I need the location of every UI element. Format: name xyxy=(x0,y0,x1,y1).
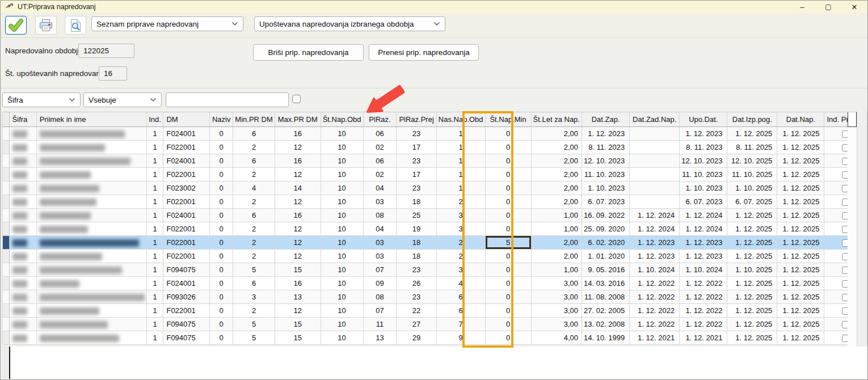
cell-nas_nap_obd[interactable]: 1 xyxy=(436,154,485,168)
cell-dat_zad_nap[interactable] xyxy=(630,154,680,168)
cell-max_pr[interactable]: 15 xyxy=(275,263,321,277)
cell-st_nap_min[interactable]: 0 xyxy=(485,195,531,209)
cell-max_pr[interactable]: 15 xyxy=(275,331,321,345)
cell-sifra-redacted[interactable] xyxy=(9,318,36,331)
cell-min_pr[interactable]: 6 xyxy=(233,154,275,168)
cell-st_nap_min[interactable]: 0 xyxy=(485,304,531,318)
cell-naziv[interactable]: 0 xyxy=(209,236,233,250)
cell-ind[interactable]: 1 xyxy=(146,304,163,318)
cell-dat_zap[interactable]: 1. 01. 2020 xyxy=(582,250,629,263)
cell-nas_nap_obd[interactable]: 1 xyxy=(436,127,485,141)
cell-plraz[interactable]: 04 xyxy=(363,181,397,195)
print-button[interactable] xyxy=(35,16,57,35)
cell-st_let[interactable]: 2,00 xyxy=(531,195,582,209)
cell-dm[interactable]: F093026 xyxy=(163,290,210,304)
report-select[interactable]: Seznam priprave napredovanj xyxy=(91,16,243,31)
row-selector[interactable] xyxy=(3,141,10,154)
column-header-st_let[interactable]: Št.Let za Nap. xyxy=(531,112,582,127)
cell-ind[interactable]: 1 xyxy=(146,331,163,345)
cell-dat_zap[interactable]: 14. 10. 1999 xyxy=(582,331,629,345)
cell-nas_nap_obd[interactable]: 6 xyxy=(436,290,485,304)
cell-upo_dat[interactable]: 6. 07. 2023 xyxy=(680,195,727,209)
cell-plraz_prej[interactable]: 29 xyxy=(397,331,436,345)
cell-dat_zad_nap[interactable] xyxy=(630,168,680,181)
count-field[interactable]: 16 xyxy=(99,66,127,81)
cell-dat_zap[interactable]: 11. 08. 2008 xyxy=(582,290,629,304)
cell-max_pr[interactable]: 12 xyxy=(275,168,321,181)
cell-dat_nap[interactable]: 1. 12. 2025 xyxy=(777,290,824,304)
cell-name-redacted[interactable] xyxy=(36,250,146,263)
cell-dm[interactable]: F024001 xyxy=(163,127,210,141)
cell-max_pr[interactable]: 12 xyxy=(275,250,321,263)
cell-dat_zap[interactable]: 27. 02. 2005 xyxy=(582,304,629,318)
cell-dat_zap[interactable]: 13. 02. 2008 xyxy=(582,318,629,331)
cell-plraz_prej[interactable]: 17 xyxy=(397,168,436,181)
period-field[interactable]: 122025 xyxy=(78,44,134,58)
cell-dm[interactable]: F022001 xyxy=(163,304,210,318)
cell-dat_zad_nap[interactable]: 1. 12. 2024 xyxy=(630,222,680,236)
cell-st_nap_obd[interactable]: 10 xyxy=(321,209,363,222)
cell-max_pr[interactable]: 12 xyxy=(275,222,321,236)
table-row[interactable]: 1F0940750515100723301,009. 05. 20161. 10… xyxy=(3,263,867,277)
cell-nas_nap_obd[interactable]: 3 xyxy=(436,222,485,236)
cell-name-redacted[interactable] xyxy=(36,209,146,222)
cell-st_nap_obd[interactable]: 10 xyxy=(321,304,363,318)
cell-st_nap_min[interactable]: 0 xyxy=(485,290,531,304)
table-row[interactable]: 1F0220010212100217102,008. 11. 20238. 11… xyxy=(3,141,867,154)
transfer-preparations-button[interactable]: Prenesi prip. napredovanja xyxy=(369,44,479,61)
cell-dat_izp_pog[interactable]: 1. 12. 2025 xyxy=(727,290,777,304)
cell-st_nap_min[interactable]: 0 xyxy=(485,250,531,263)
cell-st_nap_min[interactable]: 0 xyxy=(485,277,531,290)
print-preview-button[interactable] xyxy=(65,16,86,35)
column-header-name[interactable]: Priimek in ime xyxy=(36,112,146,127)
cell-dat_izp_pog[interactable]: 1. 12. 2025 xyxy=(727,250,777,263)
cell-sifra-redacted[interactable] xyxy=(9,154,36,168)
cell-plraz_prej[interactable]: 23 xyxy=(397,290,436,304)
cell-dat_nap[interactable]: 1. 12. 2025 xyxy=(777,277,824,290)
cell-st_nap_min[interactable]: 5 xyxy=(485,236,531,250)
row-selector[interactable] xyxy=(3,168,10,181)
cell-dm[interactable]: F022001 xyxy=(163,236,210,250)
table-row[interactable]: 1F0940750515101329904,0014. 10. 19991. 1… xyxy=(3,331,867,345)
cell-st_let[interactable]: 2,00 xyxy=(531,236,582,250)
cell-naziv[interactable]: 0 xyxy=(209,168,233,181)
cell-st_nap_obd[interactable]: 10 xyxy=(321,181,363,195)
cell-upo_dat[interactable]: 1. 12. 2022 xyxy=(680,304,727,318)
cell-name-redacted[interactable] xyxy=(36,127,146,141)
cell-name-redacted[interactable] xyxy=(36,222,146,236)
cell-min_pr[interactable]: 5 xyxy=(233,318,275,331)
cell-dat_zad_nap[interactable]: 1. 12. 2023 xyxy=(630,236,680,250)
cell-plraz[interactable]: 03 xyxy=(363,236,397,250)
filter-column-select[interactable]: Šifra xyxy=(2,92,81,107)
row-selector[interactable] xyxy=(3,154,10,168)
cell-dat_izp_pog[interactable]: 12. 10. 2025 xyxy=(727,154,777,168)
cell-dat_nap[interactable]: 1. 12. 2025 xyxy=(777,195,824,209)
cell-dat_nap[interactable]: 1. 12. 2025 xyxy=(777,181,824,195)
row-selector[interactable] xyxy=(3,277,10,290)
cell-max_pr[interactable]: 13 xyxy=(275,290,321,304)
cell-st_let[interactable]: 3,00 xyxy=(531,277,582,290)
table-row[interactable]: 1F0240010616100623102,001. 12. 20231. 12… xyxy=(3,127,867,141)
cell-dat_izp_pog[interactable]: 6. 07. 2025 xyxy=(727,195,777,209)
cell-st_let[interactable]: 2,00 xyxy=(531,127,582,141)
cell-max_pr[interactable]: 16 xyxy=(275,209,321,222)
cell-dat_izp_pog[interactable]: 11. 10. 2025 xyxy=(727,168,777,181)
cell-st_nap_obd[interactable]: 10 xyxy=(321,290,363,304)
cell-st_nap_min[interactable]: 0 xyxy=(485,127,531,141)
cell-dat_izp_pog[interactable]: 1. 12. 2025 xyxy=(727,304,777,318)
cell-st_let[interactable]: 3,00 xyxy=(531,318,582,331)
cell-dm[interactable]: F022001 xyxy=(163,195,210,209)
cell-plraz[interactable]: 07 xyxy=(363,263,397,277)
cell-st_nap_obd[interactable]: 10 xyxy=(321,331,363,345)
maximize-button[interactable]: ▢ xyxy=(815,1,841,13)
table-row[interactable]: 1F0220010212100419301,0025. 09. 20201. 1… xyxy=(3,222,867,236)
table-row[interactable]: 1F0220010212100318202,006. 07. 20236. 07… xyxy=(3,195,867,209)
column-header-plraz[interactable]: PlRaz. xyxy=(363,112,397,127)
row-selector[interactable] xyxy=(3,127,10,141)
cell-st_let[interactable]: 1,00 xyxy=(531,263,582,277)
cell-min_pr[interactable]: 2 xyxy=(233,304,275,318)
cell-dat_zad_nap[interactable]: 1. 12. 2022 xyxy=(630,277,680,290)
cell-st_nap_min[interactable]: 0 xyxy=(485,154,531,168)
cell-st_nap_obd[interactable]: 10 xyxy=(321,263,363,277)
cell-st_nap_obd[interactable]: 10 xyxy=(321,154,363,168)
